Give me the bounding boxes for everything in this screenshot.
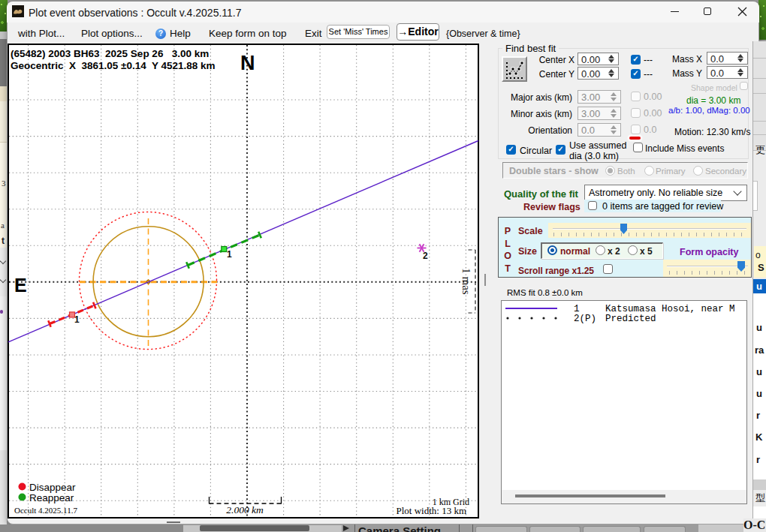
quality-dropdown[interactable]: Astrometry only. No reliable size: [584, 185, 747, 201]
menu-exit[interactable]: Exit: [305, 28, 322, 39]
center-y-dash: ---: [644, 69, 653, 80]
legend-reappear-icon: [19, 494, 26, 501]
star2-label: 2: [423, 251, 428, 261]
scalebar-label: 2.000 km: [226, 504, 264, 515]
review-flags-text: 0 items are tagged for review: [602, 201, 723, 212]
red-dash-indicator: [629, 137, 641, 140]
resize-grip: [167, 521, 180, 523]
form-opacity-slider-thumb[interactable]: [737, 261, 745, 272]
menu-with-plot[interactable]: with Plot...: [18, 28, 65, 39]
set-miss-times-button[interactable]: Set 'Miss' Times: [327, 25, 390, 39]
close-button[interactable]: [724, 2, 758, 22]
plot-area[interactable]: 1 1 2 1 mas (65482) 2003 BH63 2025 Sep 2…: [8, 44, 479, 518]
center-x-dash: ---: [644, 55, 653, 65]
minor-axis-checkbox[interactable]: [631, 108, 641, 118]
major-axis-spinner[interactable]: [608, 91, 620, 103]
review-flags-checkbox[interactable]: [588, 201, 597, 210]
minor-axis-spinner[interactable]: [608, 107, 620, 119]
mass-y-input[interactable]: 0.0: [707, 66, 748, 79]
observation-2-dotted-line: [505, 316, 559, 320]
listbox-hscrollbar-thumb[interactable]: [515, 494, 665, 497]
major-axis-checkbox[interactable]: [631, 92, 641, 101]
center-y-input[interactable]: 0.00: [578, 67, 619, 80]
major-axis-input[interactable]: 3.00: [578, 90, 621, 104]
minimize-icon: [671, 11, 679, 12]
size-normal-radio[interactable]: [547, 245, 557, 255]
center-x-checkbox[interactable]: ✓: [631, 55, 641, 65]
menu-keep-on-top[interactable]: Keep form on top: [209, 28, 287, 39]
chord1-reappear-marker[interactable]: [222, 247, 227, 252]
menu-plot-options[interactable]: Plot options...: [81, 28, 143, 39]
right-frag-5: K: [755, 431, 762, 443]
center-y-checkbox[interactable]: ✓: [631, 69, 641, 79]
center-x-label: Center X: [526, 55, 574, 65]
listbox-hscrollbar[interactable]: [502, 490, 746, 503]
scroll-range-checkbox[interactable]: [603, 264, 613, 274]
orientation-label: Orientation: [503, 125, 572, 136]
observer-time-label[interactable]: {Observer & time}: [446, 29, 520, 39]
right-frag-4: r: [756, 410, 760, 421]
bottom-scrollbar-thumb[interactable]: [200, 525, 309, 531]
shape-model-checkbox[interactable]: [740, 82, 748, 90]
orientation-checkbox[interactable]: [631, 125, 641, 134]
quality-dropdown-chevron-icon: [733, 187, 741, 195]
minor-axis-input[interactable]: 3.00: [578, 107, 621, 120]
size-x2-radio[interactable]: [596, 245, 605, 255]
east-label: E: [14, 275, 27, 296]
mass-x-spinner[interactable]: [735, 53, 746, 64]
camera-setting-label[interactable]: Camera Setting: [358, 524, 441, 532]
right-frag-6: r: [756, 454, 760, 465]
form-opacity-slider[interactable]: [663, 260, 751, 277]
orientation-input[interactable]: 0.0: [578, 123, 621, 137]
editor-button[interactable]: →Editor: [397, 23, 439, 41]
orientation-aux: 0.0: [644, 125, 656, 135]
ab-dmag-text: a/b: 1.00, dMag: 0.00: [668, 106, 750, 115]
double-both-radio[interactable]: [605, 166, 615, 176]
dia-text: dia = 3.00 km: [686, 95, 740, 106]
play-icon[interactable]: [343, 525, 349, 531]
double-both-label: Both: [617, 167, 635, 176]
window-title: Plot event observations : Occult v.4.202…: [29, 7, 242, 19]
double-primary-radio[interactable]: [644, 166, 654, 176]
mass-y-spinner[interactable]: [735, 67, 746, 78]
fit-chart-button[interactable]: [502, 56, 527, 82]
include-miss-checkbox[interactable]: [633, 143, 643, 152]
use-assumed-checkbox[interactable]: ✓: [556, 145, 565, 155]
double-stars-label: Double stars - show: [509, 166, 599, 176]
menu-help[interactable]: Help: [170, 28, 191, 39]
major-axis-aux: 0.00: [644, 92, 662, 102]
use-assumed-label: Use assumeddia (3.0 km): [569, 140, 626, 161]
mass-x-label: Mass X: [661, 54, 702, 65]
maximize-button[interactable]: [691, 2, 724, 22]
minimize-button[interactable]: [658, 2, 691, 22]
maximize-icon: [704, 8, 711, 15]
chord1-miss-label: 1: [74, 314, 80, 325]
observations-listbox[interactable]: 1 Katsumasa Hosoi, near M 2(P) Predicted: [501, 300, 747, 504]
double-secondary-radio[interactable]: [693, 166, 703, 176]
scale-slider[interactable]: [548, 223, 751, 238]
rms-fit-label: RMS fit 0.8 ±0.0 km: [507, 288, 583, 297]
observation-2-name: Predicted: [605, 314, 656, 324]
form-opacity-label: Form opacity: [680, 247, 739, 257]
quality-value: Astrometry only. No reliable size: [589, 188, 722, 198]
legend-disappear-label: Disappear: [29, 482, 76, 493]
mass-x-input[interactable]: 0.0: [707, 52, 748, 65]
circular-label: Circular: [520, 146, 552, 156]
orientation-spinner[interactable]: [608, 124, 620, 136]
circular-checkbox[interactable]: ✓: [506, 145, 516, 155]
center-x-spinner[interactable]: [606, 53, 617, 65]
mas-label: 1 mas: [460, 268, 472, 295]
shape-model-label: Shape model: [691, 83, 737, 92]
center-x-input[interactable]: 0.00: [578, 53, 619, 65]
right-frag-o: o: [755, 250, 761, 260]
splitter-handle[interactable]: [484, 274, 486, 286]
double-primary-label: Primary: [656, 167, 686, 176]
right-frag-1: ra: [755, 344, 764, 356]
right-frag-u-selected: u: [756, 281, 762, 292]
center-y-spinner[interactable]: [606, 68, 617, 79]
help-icon: ?: [155, 29, 166, 39]
size-x5-radio[interactable]: [628, 245, 638, 255]
size-x5-label: x 5: [640, 246, 653, 257]
mass-y-label: Mass Y: [661, 68, 702, 79]
plot-vertical-label: PLOT: [503, 225, 512, 275]
